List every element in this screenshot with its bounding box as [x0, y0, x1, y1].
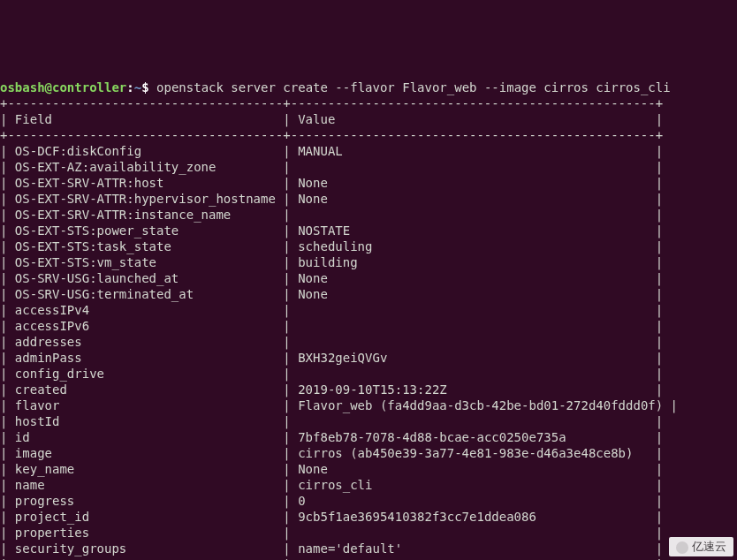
- prompt-host: controller: [52, 80, 126, 95]
- prompt-path: ~: [134, 80, 141, 95]
- cell-field: addresses: [15, 335, 276, 349]
- cell-field: OS-SRV-USG:terminated_at: [15, 287, 276, 301]
- prompt-colon: :: [126, 80, 133, 95]
- terminal-output: osbash@controller:~$ openstack server cr…: [0, 64, 737, 560]
- cell-value: cirros_cli: [298, 478, 648, 492]
- cell-value: [298, 319, 648, 333]
- cell-value: [298, 526, 648, 540]
- cell-value: None: [298, 176, 648, 190]
- table-row: | hostId | |: [0, 414, 663, 428]
- cell-value: [298, 208, 648, 222]
- cell-field: OS-EXT-SRV-ATTR:instance_name: [15, 208, 276, 222]
- cell-value: 7bf8eb78-7078-4d88-bcae-acc0250e735a: [298, 430, 648, 444]
- table-row: | name | cirros_cli |: [0, 478, 663, 492]
- column-header-field: Field: [15, 112, 52, 126]
- table-row: | accessIPv4 | |: [0, 303, 663, 317]
- table-row: | OS-EXT-STS:power_state | NOSTATE |: [0, 223, 663, 238]
- cell-value: [298, 414, 648, 428]
- cell-field: flavor: [15, 398, 276, 412]
- table-row: | OS-DCF:diskConfig | MANUAL |: [0, 144, 663, 158]
- table-row: | project_id | 9cb5f1ae3695410382f3cc7e1…: [0, 510, 663, 524]
- table-row: | OS-EXT-AZ:availability_zone | |: [0, 160, 663, 174]
- table-row: | OS-EXT-STS:vm_state | building |: [0, 255, 663, 269]
- cell-field: OS-EXT-STS:task_state: [15, 239, 276, 254]
- prompt-line[interactable]: osbash@controller:~$ openstack server cr…: [0, 80, 671, 95]
- prompt-user: osbash: [0, 80, 45, 95]
- cell-value: 9cb5f1ae3695410382f3cc7e1ddea086: [298, 510, 648, 524]
- cell-value: BXH32geiQVGv: [298, 351, 648, 365]
- cell-field: accessIPv6: [15, 319, 276, 333]
- table-row: | created | 2019-09-10T15:13:22Z |: [0, 382, 663, 397]
- cell-value: 0: [298, 494, 648, 508]
- cell-value: building: [298, 255, 648, 269]
- cell-field: hostId: [15, 414, 276, 428]
- cell-field: key_name: [15, 462, 276, 476]
- table-row: | OS-EXT-SRV-ATTR:hypervisor_hostname | …: [0, 192, 663, 206]
- cell-field: created: [15, 382, 276, 397]
- table-row: | addresses | |: [0, 335, 663, 349]
- prompt-symbol: $: [141, 80, 148, 95]
- cell-value: [298, 160, 648, 174]
- table-row: | accessIPv6 | |: [0, 319, 663, 333]
- cell-value: [298, 335, 648, 349]
- cell-value: None: [298, 271, 648, 285]
- table-row: | key_name | None |: [0, 462, 663, 476]
- cell-field: OS-EXT-STS:vm_state: [15, 255, 276, 269]
- cell-field: security_groups: [15, 541, 276, 556]
- cell-field: OS-EXT-AZ:availability_zone: [15, 160, 276, 174]
- table-row: | OS-SRV-USG:terminated_at | None |: [0, 287, 663, 301]
- table-row: | OS-SRV-USG:launched_at | None |: [0, 271, 663, 285]
- table-row: | OS-EXT-STS:task_state | scheduling |: [0, 239, 663, 254]
- table-row: | image | cirros (ab450e39-3a77-4e81-983…: [0, 446, 663, 460]
- cell-value: name='default': [298, 541, 648, 556]
- cell-value: 2019-09-10T15:13:22Z: [298, 382, 648, 397]
- table-row: | OS-EXT-SRV-ATTR:instance_name | |: [0, 208, 663, 222]
- watermark-icon: [676, 541, 688, 554]
- table-border-mid: +-------------------------------------+-…: [0, 128, 663, 142]
- table-row: | properties | |: [0, 526, 663, 540]
- table-body: | OS-DCF:diskConfig | MANUAL | | OS-EXT-…: [0, 143, 737, 560]
- cell-field: config_drive: [15, 367, 276, 381]
- cell-field: properties: [15, 526, 276, 540]
- cell-field: adminPass: [15, 351, 276, 365]
- cell-value: cirros (ab450e39-3a77-4e81-983e-d46a3e48…: [298, 446, 648, 460]
- table-row: | progress | 0 |: [0, 494, 663, 508]
- cell-field: accessIPv4: [15, 303, 276, 317]
- table-row: | security_groups | name='default' |: [0, 541, 663, 556]
- cell-field: OS-EXT-SRV-ATTR:hypervisor_hostname: [15, 192, 276, 206]
- cell-value: None: [298, 462, 648, 476]
- cell-value: None: [298, 192, 648, 206]
- cell-value: scheduling: [298, 239, 648, 254]
- cell-field: OS-EXT-SRV-ATTR:host: [15, 176, 276, 190]
- cell-field: project_id: [15, 510, 276, 524]
- table-row: | adminPass | BXH32geiQVGv |: [0, 351, 663, 365]
- table-border-top: +-------------------------------------+-…: [0, 96, 663, 110]
- column-header-value: Value: [298, 112, 335, 126]
- cell-field: OS-DCF:diskConfig: [15, 144, 276, 158]
- cell-value: NOSTATE: [298, 223, 648, 238]
- cell-field: image: [15, 446, 276, 460]
- cell-field: id: [15, 430, 276, 444]
- watermark: 亿速云: [669, 537, 733, 556]
- table-row: | config_drive | |: [0, 367, 663, 381]
- cell-field: name: [15, 478, 276, 492]
- table-row: | id | 7bf8eb78-7078-4d88-bcae-acc0250e7…: [0, 430, 663, 444]
- cell-field: OS-SRV-USG:launched_at: [15, 271, 276, 285]
- watermark-text: 亿速云: [692, 540, 726, 553]
- cell-value: MANUAL: [298, 144, 648, 158]
- prompt-at: @: [45, 80, 52, 95]
- table-row: | OS-EXT-SRV-ATTR:host | None |: [0, 176, 663, 190]
- table-header-row: | Field | Value |: [0, 112, 663, 126]
- cell-value: [298, 303, 648, 317]
- cell-value: Flavor_web (fa4dd9aa-d3cb-42be-bd01-272d…: [298, 398, 663, 412]
- table-row: | flavor | Flavor_web (fa4dd9aa-d3cb-42b…: [0, 398, 678, 412]
- cell-field: OS-EXT-STS:power_state: [15, 223, 276, 238]
- cell-value: [298, 367, 648, 381]
- command-text: openstack server create --flavor Flavor_…: [149, 80, 671, 95]
- cell-value: None: [298, 287, 648, 301]
- cell-field: progress: [15, 494, 276, 508]
